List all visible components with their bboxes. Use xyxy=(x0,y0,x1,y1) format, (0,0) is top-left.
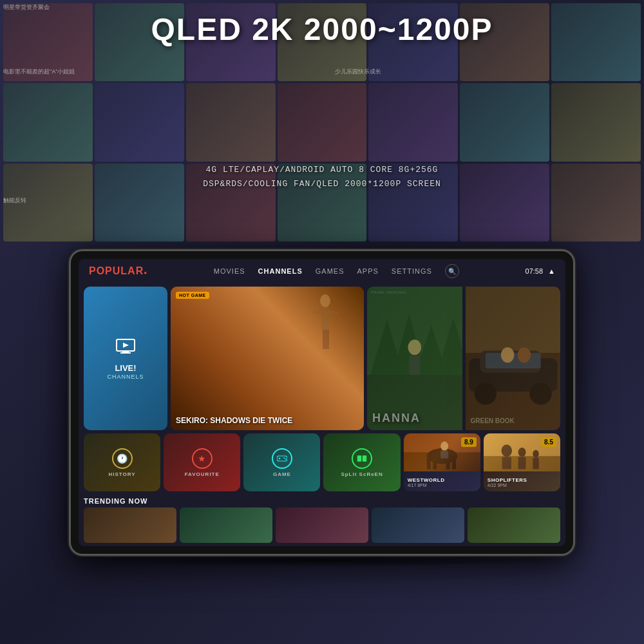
search-button[interactable]: 🔍 xyxy=(445,264,459,278)
nav-movies[interactable]: MOVIES xyxy=(214,267,245,275)
svg-rect-48 xyxy=(518,457,526,469)
app-logo: POPULAR● xyxy=(89,265,147,277)
trending-thumb-1[interactable] xyxy=(84,507,176,543)
clock: 07:58 xyxy=(526,267,544,275)
svg-point-49 xyxy=(533,450,539,458)
tile-shoplifters[interactable]: 8.5 SHOPLIFTERS 4/22 9PM xyxy=(484,433,560,491)
favourite-icon: ★ xyxy=(192,448,213,469)
svg-rect-50 xyxy=(533,458,539,469)
svg-rect-39 xyxy=(446,459,450,469)
svg-rect-42 xyxy=(440,451,448,459)
tile-split-screen[interactable]: SpLIt ScReEN xyxy=(323,433,400,491)
tile-live-channels[interactable]: LIVE! CHANNELS xyxy=(84,287,167,430)
specs-line2: DSP&RDS/COOLING FAN/QLED 2000*1200P SCRE… xyxy=(203,177,441,191)
tile-westworld[interactable]: 8.9 WESTWORLD 4/17 8PM xyxy=(404,433,480,491)
wifi-icon: ▲ xyxy=(548,267,555,275)
svg-point-15 xyxy=(408,339,421,355)
svg-rect-6 xyxy=(312,311,338,314)
live-icon xyxy=(115,337,137,359)
svg-point-41 xyxy=(440,442,448,451)
live-label: LIVE! xyxy=(115,363,136,374)
svg-point-21 xyxy=(474,383,496,404)
trending-thumb-2[interactable] xyxy=(180,507,272,543)
logo-text: POPULAR xyxy=(89,265,144,276)
shoplifters-rating: 8.5 xyxy=(541,437,556,447)
svg-rect-46 xyxy=(502,457,511,469)
svg-point-47 xyxy=(518,448,526,457)
favourite-label: FAVOURITE xyxy=(185,471,220,477)
svg-rect-3 xyxy=(120,352,131,354)
shoplifters-title: SHOPLIFTERS xyxy=(488,477,556,483)
tile-sekiro[interactable]: HOT GAME SEKIRO: SHADOWS DIE TWICE xyxy=(171,287,364,430)
screen-content: LIVE! CHANNELS xyxy=(79,283,565,546)
screen-nav[interactable]: MOVIES CHANNELS GAMES APPS SETTINGS 🔍 xyxy=(214,264,459,278)
screen-status: 07:58 ▲ xyxy=(526,267,555,275)
svg-point-24 xyxy=(500,347,514,363)
live-sub: CHANNELS xyxy=(107,374,144,380)
trending-thumb-5[interactable] xyxy=(468,507,560,543)
history-icon: 🕐 xyxy=(112,448,133,469)
svg-point-29 xyxy=(283,457,285,459)
specs-block: 4G LTE/CAPLAY/ANDROID AUTO 8 CORE 8G+256… xyxy=(203,163,441,191)
history-label: HISTORY xyxy=(109,471,136,477)
nav-channels[interactable]: CHANNELS xyxy=(258,267,303,275)
svg-rect-7 xyxy=(323,330,326,349)
nav-settings[interactable]: SETTINGS xyxy=(392,267,432,275)
svg-rect-2 xyxy=(122,351,129,352)
device-screen: POPULAR● MOVIES CHANNELS GAMES APPS SETT… xyxy=(79,259,565,546)
svg-point-30 xyxy=(285,458,287,459)
nav-games[interactable]: GAMES xyxy=(316,267,345,275)
shoplifters-date: 4/22 9PM xyxy=(488,483,556,488)
right-tiles: PRIME ORIGINAL xyxy=(367,287,560,430)
tile-game[interactable]: GAME xyxy=(243,433,320,491)
svg-rect-16 xyxy=(409,355,420,375)
tile-greenbook[interactable]: GREEN BOOK xyxy=(466,287,561,430)
westworld-date: 4/17 8PM xyxy=(408,483,477,488)
trending-section: TRENDING NOW xyxy=(79,495,565,546)
trending-thumb-4[interactable] xyxy=(372,507,464,543)
tile-hanna[interactable]: PRIME ORIGINAL xyxy=(367,287,462,430)
logo-dot: ● xyxy=(144,270,147,276)
svg-rect-32 xyxy=(363,455,366,462)
svg-marker-1 xyxy=(123,343,129,348)
screen-header: POPULAR● MOVIES CHANNELS GAMES APPS SETT… xyxy=(79,259,565,283)
hot-game-badge: HOT GAME xyxy=(176,292,209,299)
svg-rect-40 xyxy=(452,459,456,469)
svg-rect-31 xyxy=(357,455,361,462)
svg-rect-14 xyxy=(367,375,462,430)
svg-point-25 xyxy=(517,347,531,363)
svg-point-22 xyxy=(529,383,551,404)
svg-point-45 xyxy=(501,444,512,457)
svg-rect-8 xyxy=(326,330,329,349)
svg-point-4 xyxy=(320,294,330,307)
nav-apps[interactable]: APPS xyxy=(357,267,378,275)
tile-sekiro-inner: HOT GAME SEKIRO: SHADOWS DIE TWICE xyxy=(171,287,364,430)
device-frame: POPULAR● MOVIES CHANNELS GAMES APPS SETT… xyxy=(71,251,573,554)
main-title: QLED 2K 2000~1200P xyxy=(151,12,493,47)
trending-row xyxy=(79,507,565,546)
tile-favourite[interactable]: ★ FAVOURITE xyxy=(164,433,240,491)
sekiro-title: SEKIRO: SHADOWS DIE TWICE xyxy=(176,416,292,425)
tile-history[interactable]: 🕐 HISTORY xyxy=(84,433,160,491)
bottom-row: 🕐 HISTORY ★ FAVOURITE xyxy=(84,433,560,491)
westworld-rating: 8.9 xyxy=(461,437,477,447)
game-icon xyxy=(272,448,292,469)
svg-rect-5 xyxy=(321,307,329,330)
svg-rect-38 xyxy=(433,459,437,469)
trending-thumb-3[interactable] xyxy=(276,507,368,543)
split-screen-icon xyxy=(352,448,372,469)
game-label: GAME xyxy=(273,471,291,477)
svg-rect-37 xyxy=(426,459,430,469)
split-screen-label: SpLIt ScReEN xyxy=(341,471,383,477)
specs-line1: 4G LTE/CAPLAY/ANDROID AUTO 8 CORE 8G+256… xyxy=(203,163,441,177)
device-shadow xyxy=(90,554,554,567)
trending-label: TRENDING NOW xyxy=(79,495,565,507)
svg-rect-28 xyxy=(278,458,280,459)
westworld-title: WESTWORLD xyxy=(408,477,477,483)
content-grid: LIVE! CHANNELS xyxy=(79,283,565,495)
